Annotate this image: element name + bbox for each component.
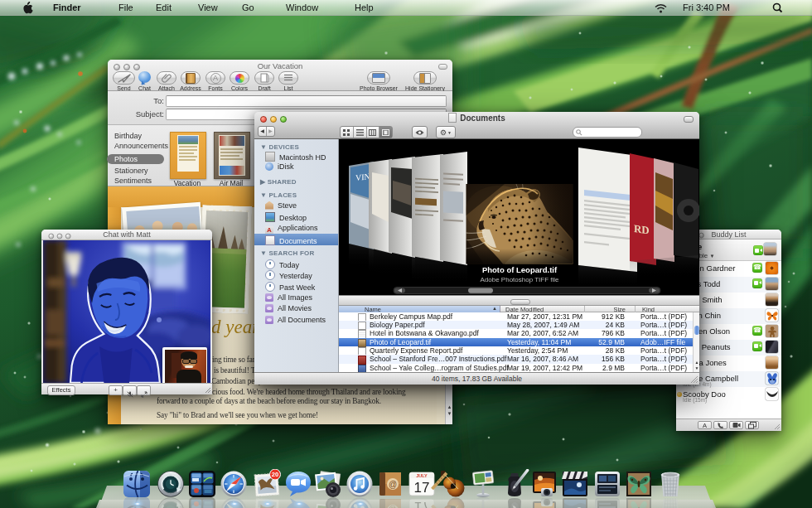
svg-text:17: 17 xyxy=(414,480,430,496)
svg-text:@: @ xyxy=(389,480,397,489)
svg-text:Photo of Leopard.tif: Photo of Leopard.tif xyxy=(482,265,558,274)
svg-text:VIN: VIN xyxy=(355,172,370,182)
svg-text:20: 20 xyxy=(272,471,278,478)
svg-text:RD: RD xyxy=(634,222,650,237)
svg-text:Adobe Photoshop TIFF file: Adobe Photoshop TIFF file xyxy=(480,276,559,283)
svg-text:JULY: JULY xyxy=(416,473,428,478)
